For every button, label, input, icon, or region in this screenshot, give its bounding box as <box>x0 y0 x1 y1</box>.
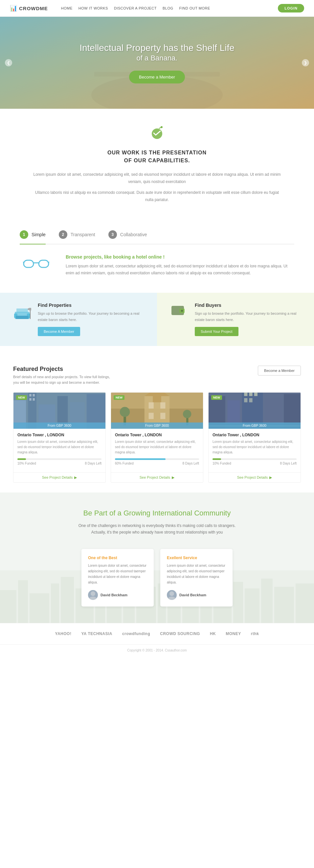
svg-rect-40 <box>149 413 154 419</box>
find-properties-title: Find Properties <box>38 303 144 308</box>
progress-fill-1 <box>18 458 26 460</box>
partner-money: MONEY <box>226 631 241 636</box>
author-name-1: David Beckham <box>100 593 127 597</box>
nav-blog[interactable]: BLOG <box>163 6 174 10</box>
svg-point-43 <box>120 407 130 417</box>
find-properties-text: Sign up to browse the portfolio. Your jo… <box>38 310 144 322</box>
featured-header: Featured Projects Brief details of new a… <box>13 366 301 386</box>
partner-crowdfunding: crowdfunding <box>122 631 150 636</box>
our-work-section: OUR WORK IS THE PRESENTATION OF OUR CAPA… <box>0 109 314 220</box>
submit-project-button[interactable]: Submit Your Project <box>195 327 239 336</box>
see-details-2[interactable]: See Project Details ▶ <box>111 472 203 482</box>
partner-technasia: YA TECHNASIA <box>81 631 112 636</box>
arrow-icon-2: ▶ <box>172 475 175 480</box>
testimonial-card-2: Exellent Service Lorem ipsum dolor sit a… <box>160 549 232 607</box>
svg-rect-31 <box>33 398 35 401</box>
our-work-title: OUR WORK IS THE PRESENTATION OF OUR CAPA… <box>33 149 281 164</box>
project-info-3: Ontario Tower , LONDON Lorem ipsum dolor… <box>209 429 301 472</box>
svg-rect-6 <box>24 260 33 268</box>
see-details-1[interactable]: See Project Details ▶ <box>13 472 105 482</box>
project-card-2: NEW From GBP 3600 Ontario Tower , LONDON… <box>111 392 203 483</box>
logo: 📊 CROWDME <box>10 5 48 12</box>
buyers-icon <box>170 303 188 320</box>
featured-become-member-button[interactable]: Become a Member <box>258 366 301 375</box>
tab-content-text: Lorem ipsum dolor sit amet, consectetur … <box>66 263 294 276</box>
our-work-icon <box>33 125 281 144</box>
find-section: Find Properties Sign up to browse the po… <box>0 293 314 346</box>
tab-transparent[interactable]: 2 Transparent <box>59 230 95 244</box>
how-it-works-section: 1 Simple 2 Transparent 3 Collaborative B… <box>0 220 314 283</box>
hero-cta-button[interactable]: Become a Member <box>129 71 185 84</box>
hero-section: Intellectual Property has the Shelf Life… <box>0 17 314 109</box>
nav-links: HOME HOW IT WORKS DISCOVER A PROJECT BLO… <box>61 6 278 10</box>
days-1: 8 Days Left <box>85 462 101 465</box>
project-name-1: Ontario Tower , LONDON <box>18 433 101 437</box>
copyright-text: Copyright © 2001 - 2014. Cssauthor.com <box>127 649 187 652</box>
tabs-container: 1 Simple 2 Transparent 3 Collaborative <box>20 230 294 244</box>
testimonial-author-2: David Beckham <box>167 590 226 600</box>
featured-title: Featured Projects <box>13 366 112 373</box>
tab-label-transparent: Transparent <box>71 232 95 237</box>
partner-hk: HK <box>210 631 216 636</box>
funded-1: 10% Funded <box>18 462 36 465</box>
tab-collaborative[interactable]: 3 Collaborative <box>108 230 147 244</box>
progress-meta-3: 10% Funded 8 Days Left <box>213 462 296 465</box>
tab-simple[interactable]: 1 Simple <box>20 230 46 244</box>
testimonial-label-1: One of the Best <box>88 556 147 560</box>
project-desc-3: Lorem ipsum dolor sit amet, consectetur … <box>213 439 296 455</box>
testimonial-author-1: David Beckham <box>88 590 147 600</box>
nav-find-out-more[interactable]: FIND OUT MORE <box>179 6 210 10</box>
tab-content: Browse projects, like booking a hotel on… <box>20 254 294 276</box>
hero-prev-button[interactable]: ❮ <box>5 59 12 66</box>
featured-section: Featured Projects Brief details of new a… <box>0 356 314 493</box>
progress-meta-1: 10% Funded 8 Days Left <box>18 462 101 465</box>
partners-section: YAHOO! YA TECHNASIA crowdfunding CROWD S… <box>0 623 314 644</box>
properties-icon <box>13 303 31 323</box>
tab-text-content: Browse projects, like booking a hotel on… <box>66 254 294 276</box>
project-image-3: NEW From GBP 3600 <box>209 393 301 429</box>
svg-rect-12 <box>17 309 28 312</box>
project-desc-2: Lorem ipsum dolor sit amet, consectetur … <box>115 439 199 455</box>
login-button[interactable]: LOGIN <box>278 4 304 12</box>
navbar: 📊 CROWDME HOME HOW IT WORKS DISCOVER A P… <box>0 0 314 17</box>
projects-grid: NEW From GBP 3600 Ontario Tower , LONDON… <box>13 392 301 483</box>
partner-rthk: rthk <box>251 631 259 636</box>
project-name-3: Ontario Tower , LONDON <box>213 433 296 437</box>
funded-2: 60% Funded <box>115 462 134 465</box>
svg-rect-28 <box>29 394 31 397</box>
nav-how-it-works[interactable]: HOW IT WORKS <box>78 6 108 10</box>
project-info-1: Ontario Tower , LONDON Lorem ipsum dolor… <box>13 429 105 472</box>
tab-num-1: 1 <box>20 230 28 239</box>
see-details-3[interactable]: See Project Details ▶ <box>209 472 301 482</box>
tab-label-simple: Simple <box>32 232 46 237</box>
community-text: One of the challenges in networking is e… <box>75 522 239 536</box>
logo-text: CROWDME <box>19 6 48 11</box>
find-buyers-title: Find Buyers <box>195 303 301 308</box>
arrow-icon-3: ▶ <box>269 475 272 480</box>
find-properties-card: Find Properties Sign up to browse the po… <box>0 293 157 346</box>
become-member-button[interactable]: Become A Member <box>38 327 80 336</box>
svg-rect-79 <box>295 584 314 623</box>
svg-rect-60 <box>0 590 17 623</box>
nav-discover[interactable]: DISCOVER A PROJECT <box>114 6 157 10</box>
project-image-2: NEW From GBP 3600 <box>111 393 203 429</box>
svg-rect-38 <box>149 402 154 408</box>
testimonial-text-1: Lorem ipsum dolor sit amet, consectetur … <box>88 563 147 585</box>
community-content: Be Part of a Growing International Commu… <box>20 509 294 607</box>
community-title: Be Part of a Growing International Commu… <box>20 509 294 518</box>
svg-rect-29 <box>33 394 35 397</box>
arrow-icon-1: ▶ <box>74 475 77 480</box>
find-buyers-card: Find Buyers Sign up to browse the portfo… <box>157 293 314 346</box>
svg-rect-58 <box>249 398 252 402</box>
project-card-3: NEW From GBP 3600 Ontario Tower , LONDON… <box>208 392 301 483</box>
author-avatar-1 <box>88 590 98 600</box>
hero-next-button[interactable]: ❯ <box>302 59 309 66</box>
progress-fill-2 <box>115 458 165 460</box>
days-2: 8 Days Left <box>182 462 199 465</box>
testimonial-label-2: Exellent Service <box>167 556 226 560</box>
svg-rect-30 <box>29 398 31 401</box>
nav-home[interactable]: HOME <box>61 6 72 10</box>
svg-rect-54 <box>244 393 247 396</box>
svg-rect-39 <box>160 402 165 408</box>
hero-title: Intellectual Property has the Shelf Life <box>80 42 234 54</box>
